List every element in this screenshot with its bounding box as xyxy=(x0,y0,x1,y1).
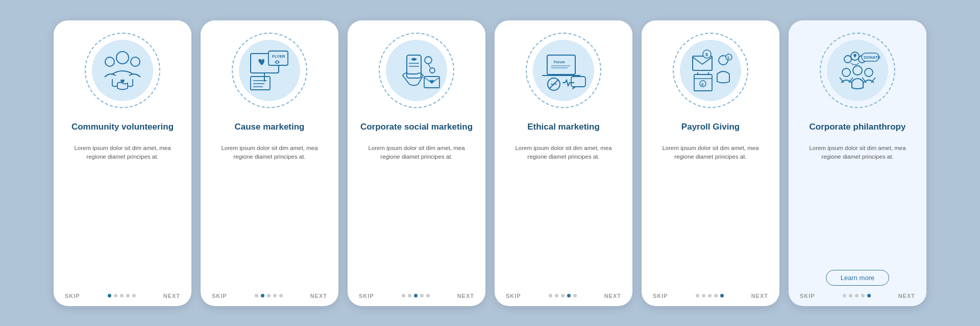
icon-area-4: Forum xyxy=(523,30,604,111)
dots-1 xyxy=(108,294,136,297)
svg-text:$: $ xyxy=(701,82,704,87)
card-body-1: Lorem ipsum dolor sit dim amet, mea regi… xyxy=(63,144,182,289)
dots-2 xyxy=(255,294,283,297)
icon-area-2: FLYER xyxy=(229,30,310,111)
next-label-6[interactable]: NEXT xyxy=(898,293,915,299)
card-ethical-marketing: Forum Ethical marketing Lorem ipsum dolo… xyxy=(495,20,632,306)
svg-rect-27 xyxy=(571,77,585,87)
corporate-philanthropy-icon: DONATE xyxy=(828,41,887,99)
icon-area-5: $ $ $ xyxy=(670,30,751,111)
card-body-5: Lorem ipsum dolor sit dim amet, mea regi… xyxy=(651,144,770,289)
dots-3 xyxy=(402,294,430,297)
svg-point-2 xyxy=(131,57,140,66)
dot-1-4 xyxy=(132,294,136,297)
dot-2-2 xyxy=(267,294,271,297)
card-title-4: Ethical marketing xyxy=(527,116,600,139)
card-corporate-social: Corporate social marketing Lorem ipsum d… xyxy=(348,20,485,306)
card-title-3: Corporate social marketing xyxy=(360,116,473,139)
dot-5-1 xyxy=(702,294,705,297)
dot-4-1 xyxy=(555,294,558,297)
dot-6-0 xyxy=(843,294,846,297)
dot-1-0 xyxy=(108,294,111,297)
card-cause-marketing: FLYER Cause marketing Lorem ipsum dolor … xyxy=(201,20,338,306)
dot-3-2 xyxy=(414,294,418,297)
dot-5-0 xyxy=(696,294,699,297)
payroll-giving-icon: $ $ $ xyxy=(681,41,740,99)
dot-3-0 xyxy=(402,294,405,297)
dot-2-0 xyxy=(255,294,258,297)
svg-rect-7 xyxy=(251,77,270,90)
card-body-6: Lorem ipsum dolor sit dim amet, mea regi… xyxy=(798,144,917,267)
svg-text:Forum: Forum xyxy=(554,60,565,64)
dot-5-2 xyxy=(708,294,712,297)
svg-text:$: $ xyxy=(705,52,708,57)
card-bottom-4: SKIP NEXT xyxy=(504,293,623,299)
icon-area-3 xyxy=(376,30,457,111)
skip-label-6[interactable]: SKIP xyxy=(800,293,815,299)
dots-4 xyxy=(549,294,577,297)
card-title-5: Payroll Giving xyxy=(681,116,740,139)
corporate-social-icon xyxy=(387,41,446,99)
dot-3-4 xyxy=(426,294,430,297)
next-label-1[interactable]: NEXT xyxy=(163,293,180,299)
skip-label-1[interactable]: SKIP xyxy=(65,293,80,299)
next-label-3[interactable]: NEXT xyxy=(457,293,474,299)
card-bottom-6: SKIP NEXT xyxy=(798,293,917,299)
svg-point-0 xyxy=(116,52,129,64)
svg-line-16 xyxy=(428,64,430,68)
dots-5 xyxy=(696,294,724,297)
dot-4-3 xyxy=(567,294,571,297)
card-title-6: Corporate philanthropy xyxy=(810,116,906,139)
card-bottom-5: SKIP NEXT xyxy=(651,293,770,299)
next-label-2[interactable]: NEXT xyxy=(310,293,327,299)
next-label-5[interactable]: NEXT xyxy=(751,293,768,299)
card-community-volunteering: Community volunteering Lorem ipsum dolor… xyxy=(54,20,191,306)
card-title-2: Cause marketing xyxy=(235,116,305,139)
icon-area-6: DONATE xyxy=(817,30,898,111)
svg-text:$: $ xyxy=(727,56,729,60)
next-label-4[interactable]: NEXT xyxy=(604,293,621,299)
dot-5-4 xyxy=(720,294,724,297)
dot-3-1 xyxy=(408,294,411,297)
skip-label-5[interactable]: SKIP xyxy=(653,293,668,299)
svg-point-15 xyxy=(430,68,435,73)
svg-point-14 xyxy=(425,57,432,64)
skip-label-4[interactable]: SKIP xyxy=(506,293,521,299)
dot-6-1 xyxy=(849,294,852,297)
dot-3-3 xyxy=(420,294,424,297)
svg-point-41 xyxy=(844,56,851,63)
dot-4-4 xyxy=(573,294,577,297)
dot-1-3 xyxy=(126,294,130,297)
svg-rect-20 xyxy=(550,57,572,71)
card-body-4: Lorem ipsum dolor sit dim amet, mea regi… xyxy=(504,144,623,289)
card-bottom-3: SKIP NEXT xyxy=(357,293,476,299)
icon-area-1 xyxy=(82,30,163,111)
svg-text:DONATE: DONATE xyxy=(864,55,881,60)
dot-6-3 xyxy=(861,294,865,297)
svg-point-45 xyxy=(842,68,850,77)
cause-marketing-icon: FLYER xyxy=(240,41,299,99)
dot-5-3 xyxy=(714,294,718,297)
card-bottom-2: SKIP NEXT xyxy=(210,293,329,299)
dot-2-1 xyxy=(261,294,264,297)
svg-point-47 xyxy=(865,68,873,77)
dot-6-2 xyxy=(855,294,859,297)
dot-2-3 xyxy=(273,294,277,297)
cards-container: Community volunteering Lorem ipsum dolor… xyxy=(38,10,942,316)
svg-text:FLYER: FLYER xyxy=(272,54,285,59)
learn-more-button[interactable]: Learn more xyxy=(826,270,889,286)
svg-point-1 xyxy=(105,57,114,66)
dot-1-1 xyxy=(114,294,117,297)
dot-1-2 xyxy=(120,294,124,297)
dot-6-4 xyxy=(867,294,871,297)
card-body-2: Lorem ipsum dolor sit dim amet, mea regi… xyxy=(210,144,329,289)
skip-label-2[interactable]: SKIP xyxy=(212,293,227,299)
svg-rect-28 xyxy=(693,56,712,70)
card-body-3: Lorem ipsum dolor sit dim amet, mea regi… xyxy=(357,144,476,289)
dot-4-2 xyxy=(561,294,565,297)
dot-2-4 xyxy=(279,294,283,297)
dots-6 xyxy=(843,294,871,297)
community-volunteering-icon xyxy=(94,42,151,98)
skip-label-3[interactable]: SKIP xyxy=(359,293,374,299)
card-bottom-1: SKIP NEXT xyxy=(63,293,182,299)
